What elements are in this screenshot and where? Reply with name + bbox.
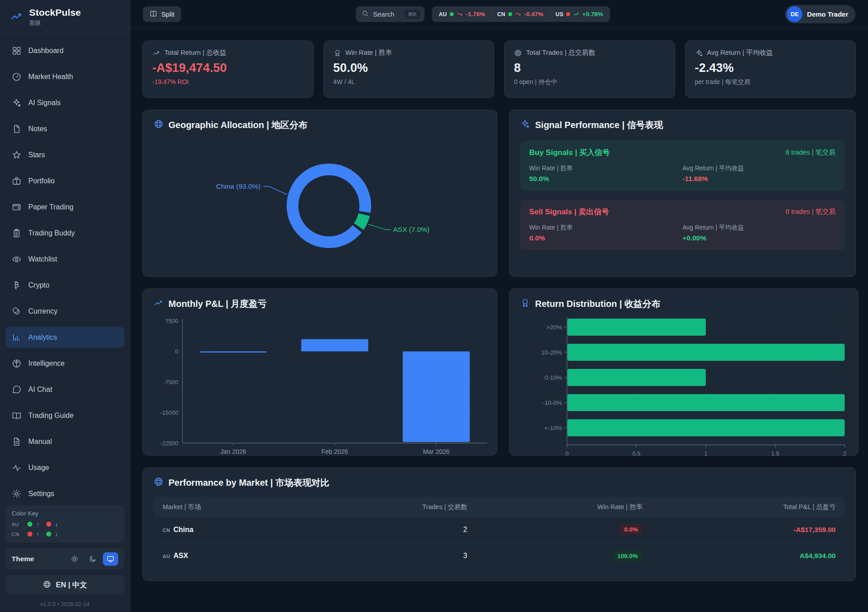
market-status-dot (566, 12, 570, 16)
sidebar-item-stars[interactable]: Stars (5, 144, 124, 165)
theme-label: Theme (12, 555, 67, 563)
market-name: China (173, 526, 193, 533)
topbar: Split Search ⌘K AU-1.76%CN-0.47%US+0.78%… (130, 0, 868, 29)
sidebar-item-dashboard[interactable]: Dashboard (5, 40, 124, 61)
geo-allocation-panel: Geographic Allocation | 地区分布 China (93.0… (142, 110, 497, 277)
sidebar-item-manual[interactable]: Manual (5, 431, 124, 452)
user-menu[interactable]: DE Demo Trader (785, 5, 855, 23)
sidebar-item-trading-guide[interactable]: Trading Guide (5, 405, 124, 426)
svg-text:7500: 7500 (165, 318, 178, 324)
sidebar-item-watchlist[interactable]: Watchlist (5, 248, 124, 270)
market-name: ASX (173, 552, 188, 559)
geo-donut-chart: China (93.0%)ASX (7.0%) (154, 134, 486, 269)
return-distribution-chart: 00.511.52>20%10-20%0-10%-10-0%<-10% (520, 313, 847, 461)
sparkles-icon (12, 98, 22, 108)
split-button[interactable]: Split (143, 6, 181, 22)
theme-moon-button[interactable] (85, 552, 100, 566)
logo-trend-icon (10, 9, 23, 23)
star-icon (12, 150, 22, 160)
stat-card-sub: 0 open | 持仓中 (514, 78, 665, 86)
signal-block-trades: 0 trades | 笔交易 (786, 208, 836, 216)
sidebar-item-intelligence[interactable]: Intelligence (5, 353, 124, 374)
sidebar-item-portfolio[interactable]: Portfolio (5, 170, 124, 191)
stat-card-label: Win Rate | 胜率 (345, 49, 392, 57)
sidebar-item-label: Manual (28, 438, 52, 446)
monthly-pnl-panel: Monthly P&L | 月度盈亏 75000-7500-15000-2250… (142, 288, 497, 456)
svg-text:Feb 2026: Feb 2026 (321, 448, 348, 455)
down-dot (46, 532, 51, 537)
signal-stat-label: Avg Return | 平均收益 (682, 224, 836, 232)
barchart-icon (12, 333, 22, 342)
sidebar-item-market-health[interactable]: Market Health (5, 66, 124, 87)
market-prefix: CN (163, 528, 170, 533)
theme-monitor-button[interactable] (103, 552, 118, 566)
book-icon (12, 411, 22, 421)
ticker-change: -0.47% (524, 11, 544, 18)
sidebar-item-trading-buddy[interactable]: Trading Buddy (5, 222, 124, 244)
color-key-market: AU (12, 522, 23, 527)
sidebar-item-ai-chat[interactable]: AI Chat (5, 379, 124, 400)
sidebar-item-crypto[interactable]: Crypto (5, 275, 124, 296)
ticker-change: -1.76% (466, 11, 485, 18)
sidebar-item-paper-trading[interactable]: Paper Trading (5, 196, 124, 217)
sidebar-item-ai-signals[interactable]: AI Signals (5, 92, 124, 113)
color-key-market: CN (12, 532, 23, 537)
main-content: Total Return | 总收益-A$19,474.50-19.47% RO… (130, 29, 868, 612)
activity-icon (12, 463, 22, 473)
sidebar-item-notes[interactable]: Notes (5, 118, 124, 139)
pnl-panel-title: Monthly P&L | 月度盈亏 (168, 298, 267, 310)
manual-icon (12, 437, 22, 447)
win-rate-cell: 100.0% (467, 551, 642, 561)
search-shortcut: ⌘K (405, 10, 420, 19)
search-button[interactable]: Search ⌘K (356, 6, 425, 22)
dist-bar-0 (567, 319, 706, 336)
win-rate-badge: 0.0% (620, 524, 642, 535)
sidebar-item-label: Stars (28, 151, 45, 159)
medal-icon (520, 298, 530, 310)
pnl-bar-1 (301, 339, 368, 351)
market-table-title: Performance by Market | 市场表现对比 (168, 477, 329, 489)
globe-icon (43, 580, 51, 590)
ticker-us: US+0.78% (556, 11, 603, 18)
logo-trend-icon (10, 9, 23, 25)
svg-text:Jan 2026: Jan 2026 (220, 448, 246, 455)
down-arrow-icon: ↓ (55, 521, 58, 528)
down-dot (46, 522, 51, 527)
medal-icon (520, 298, 530, 308)
globe-icon (154, 119, 164, 129)
theme-switcher: Theme (5, 548, 124, 570)
donut-slice-china (292, 169, 365, 242)
pnl-bar-0 (199, 351, 266, 353)
wallet-icon (12, 202, 22, 212)
svg-text:0: 0 (565, 450, 568, 457)
sidebar-item-settings[interactable]: Settings (5, 483, 124, 504)
stat-card-label: Total Trades | 总交易数 (526, 49, 595, 57)
total-pnl-cell: A$4,934.00 (642, 552, 836, 560)
stat-card-avg-return: Avg Return | 平均收益-2.43%per trade | 每笔交易 (685, 40, 856, 98)
sidebar-item-label: Dashboard (28, 47, 63, 55)
svg-text:-15000: -15000 (160, 409, 178, 416)
sidebar-item-label: Analytics (28, 333, 57, 341)
sidebar-item-label: Intelligence (28, 359, 65, 368)
market-status-dot (508, 12, 512, 16)
svg-text:0: 0 (175, 348, 178, 355)
avatar: DE (787, 6, 802, 22)
signal-stat-value: 50.0% (529, 175, 682, 183)
bitcoin-icon (12, 280, 22, 290)
sidebar-item-currency[interactable]: Currency (5, 301, 124, 322)
market-cell: AUASX (163, 552, 332, 560)
sidebar-item-label: Market Health (28, 73, 73, 81)
app-title-zh: 股脉 (29, 19, 81, 27)
clipboard-icon (12, 228, 22, 238)
theme-sun-button[interactable] (67, 552, 82, 566)
stat-card-total-return: Total Return | 总收益-A$19,474.50-19.47% RO… (142, 40, 314, 98)
sidebar-item-label: Portfolio (28, 177, 55, 185)
language-toggle[interactable]: EN | 中文 (5, 575, 124, 595)
sidebar-item-analytics[interactable]: Analytics (5, 327, 124, 348)
gauge-icon (12, 72, 22, 82)
sun-icon (71, 555, 79, 563)
sidebar-item-label: Trading Buddy (28, 229, 75, 237)
stat-card-sub: per trade | 每笔交易 (695, 78, 846, 86)
sidebar-item-label: Paper Trading (28, 203, 74, 211)
sidebar-item-usage[interactable]: Usage (5, 457, 124, 478)
